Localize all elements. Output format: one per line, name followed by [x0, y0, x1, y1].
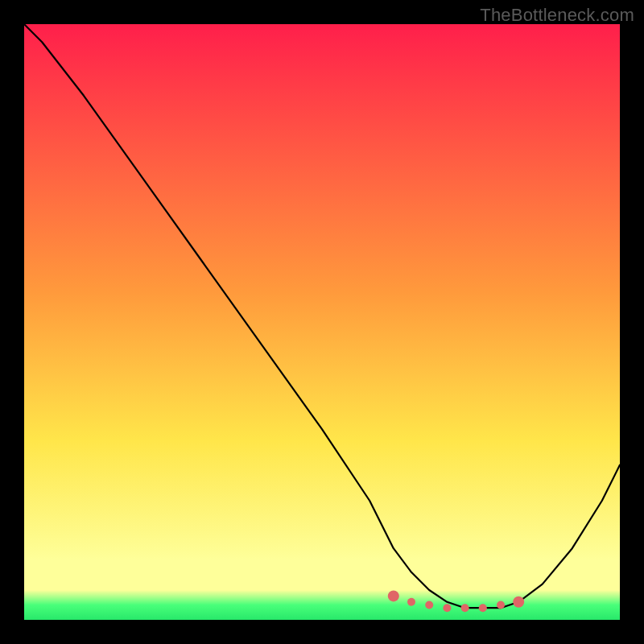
- bottleneck-curve-path: [24, 24, 620, 608]
- gradient-plot-area: [24, 24, 620, 620]
- optimal-marker: [407, 598, 415, 606]
- optimal-marker: [513, 597, 524, 608]
- chart-frame: TheBottleneck.com: [0, 0, 644, 644]
- optimal-marker: [497, 601, 505, 609]
- optimal-marker: [388, 590, 399, 601]
- optimal-marker: [443, 604, 451, 612]
- optimal-marker: [479, 604, 487, 612]
- optimal-marker: [425, 601, 433, 609]
- optimal-marker: [461, 604, 469, 612]
- optimal-range-markers: [388, 590, 524, 612]
- bottleneck-curve-svg: [24, 24, 620, 620]
- watermark-text: TheBottleneck.com: [480, 5, 634, 26]
